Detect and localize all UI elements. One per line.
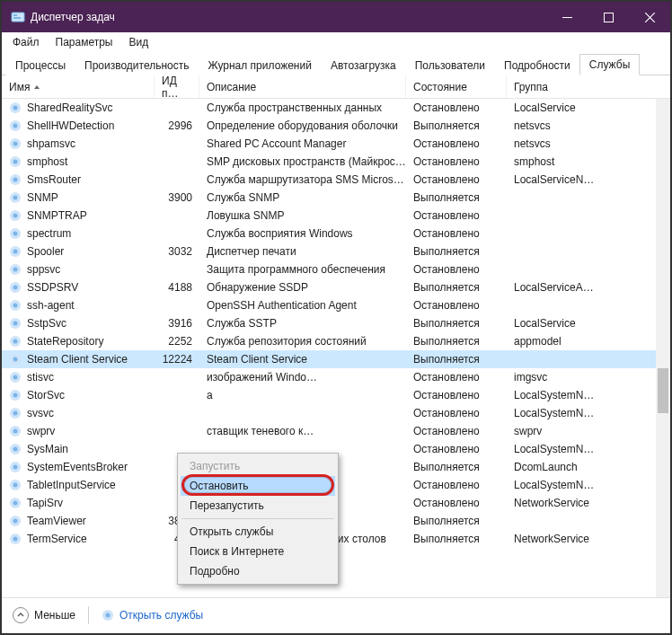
cell-name-text: TeamViewer [27, 515, 86, 527]
table-header: Имя ИД п… Описание Состояние Группа [2, 75, 670, 99]
table-row[interactable]: SstpSvc3916Служба SSTPВыполняетсяLocalSe… [2, 314, 670, 332]
service-gear-icon [9, 317, 22, 330]
svg-point-16 [13, 196, 18, 200]
svg-point-26 [13, 286, 18, 290]
cell-group: LocalService [507, 99, 670, 117]
cell-pid [155, 404, 199, 422]
cell-name: SNMP [2, 189, 155, 207]
cell-group: appmodel [507, 332, 670, 350]
cell-name: spectrum [2, 225, 155, 243]
cell-name-text: SstpSvc [27, 317, 66, 330]
context-menu-restart[interactable]: Перезапустить [181, 496, 335, 516]
cell-desc: ставщик теневого к… [199, 422, 406, 440]
menu-options[interactable]: Параметры [49, 33, 120, 51]
cell-desc: Служба маршрутизатора SMS Micros… [199, 171, 406, 189]
tab-startup[interactable]: Автозагрузка [321, 55, 406, 75]
table-row[interactable]: swprvставщик теневого к…Остановленоswprv [2, 422, 670, 440]
context-menu-stop[interactable]: Остановить [181, 476, 335, 496]
context-menu-search-online[interactable]: Поиск в Интернете [181, 542, 335, 561]
minimize-button[interactable] [546, 2, 588, 32]
menubar: Файл Параметры Вид [2, 32, 670, 52]
service-gear-icon [9, 407, 22, 419]
svg-rect-3 [562, 17, 572, 18]
table-row[interactable]: StorSvcаОстановленоLocalSystemN… [2, 386, 670, 404]
cell-name-text: SystemEventsBroker [27, 461, 128, 473]
table-row[interactable]: SNMP3900Служба SNMPВыполняется [2, 189, 670, 207]
table-row[interactable]: smphostSMP дисковых пространств (Майкрос… [2, 153, 670, 171]
cell-name: stisvc [2, 368, 155, 386]
table-row[interactable]: Steam Client Service12224Steam Client Se… [2, 350, 670, 368]
tab-users[interactable]: Пользователи [405, 55, 495, 75]
table-row[interactable]: sppsvcЗащита программного обеспеченияОст… [2, 260, 670, 278]
tab-performance[interactable]: Производительность [75, 55, 199, 75]
cell-status: Остановлено [406, 207, 507, 225]
maximize-button[interactable] [588, 2, 629, 32]
cell-desc: Служба пространственных данных [199, 99, 406, 117]
context-menu-open-services[interactable]: Открыть службы [181, 522, 335, 542]
table-row[interactable]: ssh-agentOpenSSH Authentication AgentОст… [2, 296, 670, 314]
svg-point-8 [13, 124, 18, 128]
cell-status: Остановлено [406, 422, 507, 440]
table-row[interactable]: spectrumСлужба восприятия WindowsОстанов… [2, 225, 670, 243]
context-menu: Запустить Остановить Перезапустить Откры… [177, 453, 339, 585]
cell-group: LocalSystemN… [507, 404, 670, 422]
tab-details[interactable]: Подробности [494, 55, 580, 75]
app-icon [11, 10, 25, 24]
fewer-details-button[interactable]: Меньше [13, 607, 75, 623]
cell-name: TabletInputService [2, 476, 155, 494]
table-row[interactable]: Spooler3032Диспетчер печатиВыполняется [2, 243, 670, 260]
svg-point-40 [13, 411, 18, 416]
cell-pid [155, 296, 199, 314]
table-row[interactable]: StateRepository2252Служба репозитория со… [2, 332, 670, 350]
cell-desc: изображений Windo… [199, 368, 406, 386]
cell-group [507, 225, 670, 243]
table-row[interactable]: svsvcОстановленоLocalSystemN… [2, 404, 670, 422]
close-button[interactable] [629, 2, 670, 32]
service-gear-icon [9, 101, 22, 114]
cell-status: Остановлено [406, 153, 507, 171]
cell-name-text: shpamsvc [27, 137, 75, 150]
col-header-name[interactable]: Имя [2, 75, 155, 98]
col-header-pid[interactable]: ИД п… [155, 75, 199, 98]
tab-services[interactable]: Службы [579, 54, 640, 75]
table-row[interactable]: shpamsvcShared PC Account ManagerОстанов… [2, 135, 670, 153]
menu-view[interactable]: Вид [121, 33, 155, 51]
cell-name: sppsvc [2, 260, 155, 278]
service-gear-icon [9, 155, 22, 168]
cell-desc: OpenSSH Authentication Agent [199, 296, 406, 314]
table-row[interactable]: stisvcизображений Windo…Остановленоimgsv… [2, 368, 670, 386]
scrollbar-thumb[interactable] [658, 368, 668, 413]
open-services-link[interactable]: Открыть службы [102, 609, 203, 622]
cell-name: ShellHWDetection [2, 117, 155, 135]
tab-processes[interactable]: Процессы [5, 55, 75, 75]
titlebar[interactable]: Диспетчер задач [2, 2, 670, 32]
cell-group: swprv [507, 422, 670, 440]
table-row[interactable]: SharedRealitySvcСлужба пространственных … [2, 99, 670, 117]
cell-status: Остановлено [406, 135, 507, 153]
table-row[interactable]: SmsRouterСлужба маршрутизатора SMS Micro… [2, 171, 670, 189]
cell-name-text: ShellHWDetection [27, 119, 114, 132]
table-row[interactable]: SNMPTRAPЛовушка SNMPОстановлено [2, 207, 670, 225]
cell-group: LocalSystemN… [507, 386, 670, 404]
table-row[interactable]: SSDPSRV4188Обнаружение SSDPВыполняетсяLo… [2, 278, 670, 296]
cell-status: Выполняется [406, 189, 507, 207]
window-title: Диспетчер задач [31, 11, 115, 23]
cell-status: Выполняется [406, 350, 507, 368]
tab-app-history[interactable]: Журнал приложений [199, 55, 322, 75]
service-gear-icon [9, 263, 22, 276]
col-header-status[interactable]: Состояние [406, 75, 507, 98]
context-menu-details[interactable]: Подробно [181, 561, 335, 581]
cell-group [507, 296, 670, 314]
cell-name-text: SysMain [27, 443, 68, 455]
table-row[interactable]: ShellHWDetection2996Определение оборудов… [2, 117, 670, 135]
col-header-desc[interactable]: Описание [199, 75, 406, 98]
cell-name: TapiSrv [2, 494, 155, 512]
vertical-scrollbar[interactable] [656, 99, 670, 597]
menu-file[interactable]: Файл [5, 33, 47, 51]
cell-group: LocalServiceA… [507, 278, 670, 296]
col-header-group[interactable]: Группа [507, 75, 670, 98]
cell-group: DcomLaunch [507, 458, 670, 476]
service-gear-icon [9, 137, 22, 150]
cell-group [507, 260, 670, 278]
service-gear-icon [9, 353, 22, 366]
